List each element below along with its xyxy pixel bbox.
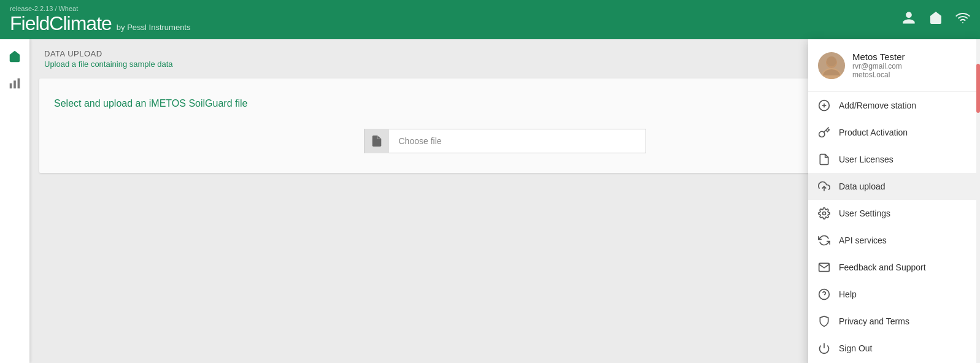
menu-item-help[interactable]: Help <box>808 281 980 308</box>
sign-out-label: Sign Out <box>839 343 872 353</box>
scrollbar-thumb <box>976 64 980 113</box>
file-input-placeholder: Choose file <box>389 136 646 146</box>
user-info: Metos Tester rvr@gmail.com metosLocal <box>852 52 905 79</box>
heading-suffix: file <box>233 98 248 109</box>
user-licenses-label: User Licenses <box>839 155 893 164</box>
menu-item-api-services[interactable]: API services <box>808 227 980 254</box>
user-dropdown-menu: Metos Tester rvr@gmail.com metosLocal Ad… <box>808 39 980 363</box>
add-remove-station-label: Add/Remove station <box>839 101 916 110</box>
menu-item-user-licenses[interactable]: User Licenses <box>808 146 980 173</box>
user-settings-label: User Settings <box>839 208 890 218</box>
menu-item-data-upload[interactable]: Data upload <box>808 173 980 200</box>
add-circle-icon <box>818 99 830 112</box>
logo-text: FieldClimate <box>10 12 112 35</box>
avatar <box>818 52 845 79</box>
user-local: metosLocal <box>852 71 905 79</box>
sidebar <box>0 39 29 363</box>
menu-item-user-settings[interactable]: User Settings <box>808 200 980 227</box>
user-icon[interactable] <box>901 10 916 29</box>
settings-icon <box>818 207 830 220</box>
svg-rect-2 <box>18 78 20 89</box>
brand: release-2.2.13 / Wheat FieldClimate by P… <box>10 5 190 35</box>
navbar-actions <box>901 10 970 29</box>
file-icon <box>818 153 830 166</box>
file-icon <box>365 129 389 153</box>
user-email: rvr@gmail.com <box>852 62 905 71</box>
help-icon <box>818 288 830 300</box>
file-input-button[interactable]: Choose file <box>364 129 646 153</box>
heading-prefix: Select and upload an <box>54 98 149 109</box>
svg-rect-0 <box>10 83 12 88</box>
home-alt-icon[interactable] <box>928 10 943 29</box>
api-services-label: API services <box>839 235 887 245</box>
mail-icon <box>818 261 830 273</box>
menu-item-add-remove-station[interactable]: Add/Remove station <box>808 92 980 119</box>
user-profile-section: Metos Tester rvr@gmail.com metosLocal <box>808 39 980 92</box>
data-upload-label: Data upload <box>839 182 885 191</box>
menu-item-sign-out[interactable]: Sign Out <box>808 335 980 362</box>
feedback-support-label: Feedback and Support <box>839 262 926 272</box>
logo: FieldClimate by Pessl Instruments <box>10 12 190 35</box>
sidebar-item-chart[interactable] <box>2 71 27 96</box>
heading-highlight: iMETOS SoilGuard <box>149 98 233 109</box>
logo-sub: by Pessl Instruments <box>117 23 191 32</box>
svg-point-11 <box>823 212 826 215</box>
upload-icon <box>818 180 830 193</box>
power-icon <box>818 342 830 354</box>
menu-item-feedback-support[interactable]: Feedback and Support <box>808 254 980 281</box>
shield-icon <box>818 315 830 327</box>
navbar: release-2.2.13 / Wheat FieldClimate by P… <box>0 0 980 39</box>
release-label: release-2.2.13 / Wheat <box>10 5 190 12</box>
menu-item-privacy-terms[interactable]: Privacy and Terms <box>808 308 980 335</box>
key-icon <box>818 126 830 139</box>
menu-item-product-activation[interactable]: Product Activation <box>808 119 980 146</box>
dropdown-scrollbar <box>976 39 980 363</box>
api-icon <box>818 234 830 246</box>
svg-rect-1 <box>14 80 16 88</box>
help-label: Help <box>839 289 857 299</box>
wifi-icon[interactable] <box>955 10 970 29</box>
sidebar-item-home[interactable] <box>2 44 27 69</box>
product-activation-label: Product Activation <box>839 128 908 137</box>
privacy-terms-label: Privacy and Terms <box>839 316 909 326</box>
svg-point-6 <box>827 56 836 66</box>
user-name: Metos Tester <box>852 52 905 62</box>
